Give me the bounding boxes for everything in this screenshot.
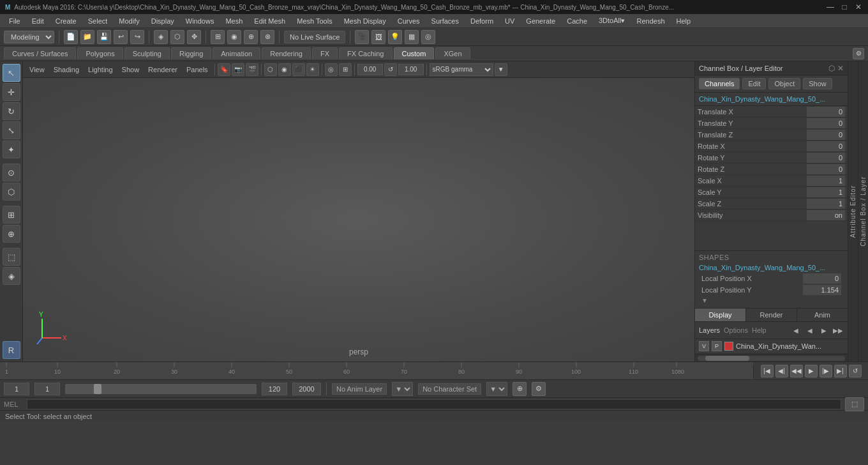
- undo-btn[interactable]: ↩: [114, 30, 128, 44]
- tab-animation[interactable]: Animation: [213, 47, 260, 59]
- lasso-btn[interactable]: ⬡: [170, 30, 184, 44]
- xray-mode-btn[interactable]: ◎: [325, 63, 338, 76]
- playback-start-input[interactable]: [34, 383, 60, 395]
- viewport[interactable]: X Y persp: [23, 78, 694, 362]
- show-grid-btn[interactable]: ▦: [405, 30, 419, 44]
- open-scene-btn[interactable]: 📁: [80, 30, 94, 44]
- lighting-menu[interactable]: Lighting: [84, 65, 117, 75]
- soft-mod-btn[interactable]: ⊙: [3, 164, 20, 181]
- key-settings-btn[interactable]: ⚙: [532, 382, 546, 396]
- slider-thumb[interactable]: [94, 384, 101, 394]
- loop-btn[interactable]: ↺: [849, 365, 862, 377]
- show-menu[interactable]: Show: [118, 65, 144, 75]
- menu-mesh[interactable]: Mesh: [220, 16, 248, 26]
- tab-polygons[interactable]: Polygons: [77, 47, 123, 59]
- channels-tab[interactable]: Channels: [699, 78, 740, 89]
- anim-tab[interactable]: Anim: [797, 309, 848, 321]
- menu-edit-mesh[interactable]: Edit Mesh: [249, 16, 290, 26]
- snap-point-btn[interactable]: ⊕: [244, 30, 258, 44]
- menu-uv[interactable]: UV: [500, 16, 520, 26]
- edit-tab[interactable]: Edit: [742, 78, 766, 89]
- snap-surface-btn[interactable]: ⊗: [260, 30, 274, 44]
- light-btn[interactable]: 💡: [388, 30, 402, 44]
- save-scene-btn[interactable]: 💾: [97, 30, 111, 44]
- no-character-set-btn[interactable]: No Character Set: [418, 383, 481, 395]
- zoom-reset-btn[interactable]: ↺: [384, 63, 397, 76]
- close-panel-icon[interactable]: ✕: [837, 64, 844, 73]
- layers-prev-btn[interactable]: ◀: [790, 324, 802, 336]
- view-menu[interactable]: View: [26, 65, 49, 75]
- options-tab[interactable]: Options: [724, 326, 748, 334]
- snap-to-surface-btn[interactable]: ⊞: [3, 206, 20, 224]
- render-btn[interactable]: 🖼: [371, 30, 385, 44]
- menu-help[interactable]: Help: [671, 16, 696, 26]
- gamma-input[interactable]: [398, 64, 424, 75]
- timeline-ruler[interactable]: 1 10 20 30 40 50 60 70 80 90 1: [0, 362, 753, 380]
- menu-windows[interactable]: Windows: [181, 16, 220, 26]
- menu-generate[interactable]: Generate: [521, 16, 560, 26]
- paint-select-btn[interactable]: ◈: [3, 267, 20, 285]
- layers-add-btn[interactable]: ▶: [818, 324, 830, 336]
- layers-tab[interactable]: Layers: [699, 326, 720, 334]
- select-mode-btn[interactable]: ◈: [154, 30, 168, 44]
- maximize-button[interactable]: □: [840, 3, 849, 11]
- renderer-menu[interactable]: Renderer: [144, 65, 181, 75]
- channel-box-side-tab[interactable]: Channel Box / Layer: [858, 61, 868, 362]
- zoom-input[interactable]: [357, 64, 383, 75]
- layers-settings-btn[interactable]: ▶▶: [832, 324, 844, 336]
- close-button[interactable]: ✕: [854, 3, 863, 11]
- tab-fx-caching[interactable]: FX Caching: [339, 47, 392, 59]
- menu-edit[interactable]: Edit: [27, 16, 49, 26]
- film-gate-btn[interactable]: 🎬: [246, 63, 258, 76]
- menu-mesh-tools[interactable]: Mesh Tools: [292, 16, 337, 26]
- rotate-tool-btn[interactable]: ↻: [3, 102, 20, 120]
- marquee-select-btn[interactable]: ⬚: [3, 248, 20, 266]
- paint-btn[interactable]: ✥: [187, 30, 201, 44]
- tab-rendering[interactable]: Rendering: [262, 47, 311, 59]
- go-to-end-btn[interactable]: ▶|: [834, 365, 847, 377]
- menu-select[interactable]: Select: [83, 16, 113, 26]
- tab-rigging[interactable]: Rigging: [171, 47, 211, 59]
- tab-fx[interactable]: FX: [312, 47, 338, 59]
- object-tab[interactable]: Object: [768, 78, 800, 89]
- menu-cache[interactable]: Cache: [562, 16, 592, 26]
- cmd-input[interactable]: [27, 399, 841, 409]
- lighting-btn[interactable]: ☀: [306, 63, 319, 76]
- next-frame-btn[interactable]: |▶: [819, 365, 832, 377]
- new-scene-btn[interactable]: 📄: [64, 30, 78, 44]
- lasso-select-btn[interactable]: ⬡: [3, 183, 20, 201]
- prev-frame-btn[interactable]: ◀|: [775, 365, 788, 377]
- panels-menu[interactable]: Panels: [183, 65, 212, 75]
- tab-curves-surfaces[interactable]: Curves / Surfaces: [4, 47, 76, 59]
- minimize-button[interactable]: —: [826, 3, 835, 11]
- render-tab[interactable]: Render: [746, 309, 797, 321]
- xray-btn[interactable]: ◎: [421, 30, 435, 44]
- character-set-select[interactable]: ▼: [486, 382, 507, 396]
- right-panel-scrollbar[interactable]: [695, 354, 848, 362]
- tab-sculpting[interactable]: Sculpting: [124, 47, 170, 59]
- no-anim-layer-btn[interactable]: No Anim Layer: [332, 383, 387, 395]
- tab-custom[interactable]: Custom: [394, 47, 435, 59]
- camera-btn[interactable]: 🎥: [355, 30, 369, 44]
- redo-btn[interactable]: ↪: [130, 30, 144, 44]
- menu-rendesh[interactable]: Rendesh: [631, 16, 670, 26]
- bookmarks-btn[interactable]: 🔖: [218, 63, 230, 76]
- menu-mesh-display[interactable]: Mesh Display: [339, 16, 391, 26]
- universal-manip-btn[interactable]: ✦: [3, 141, 20, 158]
- render-preview-btn[interactable]: R: [3, 341, 20, 359]
- smooth-btn[interactable]: ◉: [278, 63, 291, 76]
- menu-3dtoall[interactable]: 3DtoAll▾: [594, 15, 630, 26]
- range-end-input[interactable]: [292, 383, 321, 395]
- layer-v-btn[interactable]: V: [699, 341, 709, 351]
- textured-btn[interactable]: ⬛: [292, 63, 305, 76]
- menu-modify[interactable]: Modify: [114, 16, 144, 26]
- shading-menu[interactable]: Shading: [50, 65, 83, 75]
- resolution-btn[interactable]: ⊞: [339, 63, 352, 76]
- cmd-language-label[interactable]: MEL: [4, 400, 23, 408]
- current-frame-input[interactable]: [4, 383, 29, 395]
- frame-end-input[interactable]: [262, 383, 287, 395]
- expand-icon[interactable]: ⬡: [828, 64, 835, 73]
- menu-deform[interactable]: Deform: [465, 16, 498, 26]
- menu-display[interactable]: Display: [146, 16, 179, 26]
- h-scroll-thumb[interactable]: [705, 356, 749, 361]
